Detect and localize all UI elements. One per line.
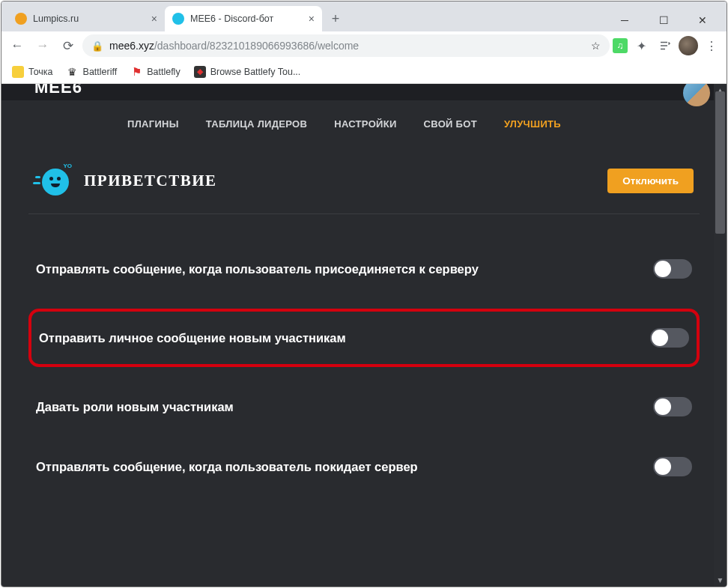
bookmark-icon: ◆ <box>194 66 206 78</box>
bookmark-icon: ⚑ <box>130 66 142 78</box>
toggle-switch[interactable] <box>653 397 692 416</box>
option-label: Отправлять сообщение, когда пользователь… <box>36 460 418 474</box>
option-label: Давать роли новым участникам <box>36 400 234 414</box>
window-close-button[interactable]: ✕ <box>686 9 719 31</box>
nav-settings[interactable]: НАСТРОЙКИ <box>334 118 396 130</box>
browser-tabstrip: Lumpics.ru × MEE6 - Discord-бот × + ─ ☐ … <box>1 1 727 31</box>
close-icon[interactable]: × <box>151 13 157 25</box>
app-header: MEE6 <box>1 84 727 100</box>
welcome-icon: YO <box>37 164 70 197</box>
option-join-message: Отправлять сообщение, когда пользователь… <box>28 249 700 289</box>
option-give-roles: Давать роли новым участникам <box>28 387 700 427</box>
url-text: mee6.xyz/dashboard/823210189066993686/we… <box>109 40 359 52</box>
nav-plugins[interactable]: ПЛАГИНЫ <box>127 118 179 130</box>
bookmark-icon: ♛ <box>67 66 79 78</box>
nav-back-button[interactable]: ← <box>6 34 28 57</box>
window-minimize-button[interactable]: ─ <box>608 9 641 31</box>
bookmark-tochka[interactable]: Точка <box>7 64 58 80</box>
toggle-switch[interactable] <box>650 328 689 348</box>
app-logo[interactable]: MEE6 <box>34 84 82 97</box>
extensions-icon[interactable]: ✦ <box>631 35 652 56</box>
nav-forward-button[interactable]: → <box>31 34 54 57</box>
omnibox[interactable]: 🔒 mee6.xyz/dashboard/823210189066993686/… <box>82 34 610 57</box>
disable-button[interactable]: Отключить <box>607 169 694 193</box>
window-maximize-button[interactable]: ☐ <box>647 9 680 31</box>
toggle-switch[interactable] <box>653 457 692 476</box>
browser-tab-mee6[interactable]: MEE6 - Discord-бот × <box>165 6 322 31</box>
tab-title: MEE6 - Discord-бот <box>190 13 273 24</box>
nav-upgrade[interactable]: УЛУЧШИТЬ <box>504 118 561 130</box>
music-extension-icon[interactable]: ♫ <box>613 38 628 53</box>
nav-leaderboard[interactable]: ТАБЛИЦА ЛИДЕРОВ <box>206 118 307 130</box>
tab-title: Lumpics.ru <box>33 13 79 24</box>
bookmark-icon <box>12 66 24 78</box>
nav-reload-button[interactable]: ⟳ <box>57 34 79 57</box>
section-header: YO ПРИВЕТСТВИЕ Отключить <box>1 145 727 213</box>
scrollbar[interactable]: ▲ ▼ <box>714 84 727 587</box>
bookmark-battlefly[interactable]: ⚑ Battlefly <box>126 64 184 80</box>
bookmark-label: Battleriff <box>83 67 118 77</box>
favicon <box>172 13 184 25</box>
menu-icon[interactable]: ⋮ <box>701 35 722 56</box>
bookmark-battleriff[interactable]: ♛ Battleriff <box>62 64 122 80</box>
top-nav: ПЛАГИНЫ ТАБЛИЦА ЛИДЕРОВ НАСТРОЙКИ СВОЙ Б… <box>1 100 727 145</box>
new-tab-button[interactable]: + <box>325 8 346 29</box>
bookmark-label: Battlefly <box>147 67 180 77</box>
option-label: Отправлять сообщение, когда пользователь… <box>36 262 479 276</box>
option-leave-message: Отправлять сообщение, когда пользователь… <box>28 446 700 487</box>
browser-tab-lumpics[interactable]: Lumpics.ru × <box>7 6 165 31</box>
bookmark-battlefy[interactable]: ◆ Browse Battlefy Tou... <box>189 64 306 80</box>
option-private-message: Отправить личное сообщение новым участни… <box>28 309 700 367</box>
scroll-thumb[interactable] <box>715 91 725 234</box>
profile-avatar[interactable] <box>679 36 698 55</box>
toggle-switch[interactable] <box>653 259 692 279</box>
option-label: Отправить личное сообщение новым участни… <box>39 331 346 345</box>
bookmark-label: Точка <box>28 67 53 77</box>
nav-custom-bot[interactable]: СВОЙ БОТ <box>424 118 477 130</box>
bookmarks-bar: Точка ♛ Battleriff ⚑ Battlefly ◆ Browse … <box>1 60 727 84</box>
options-list: Отправлять сообщение, когда пользователь… <box>1 214 727 487</box>
star-icon[interactable]: ☆ <box>591 40 601 52</box>
reading-list-icon[interactable] <box>655 35 676 56</box>
lock-icon: 🔒 <box>91 40 103 52</box>
scroll-down-icon[interactable]: ▼ <box>714 574 727 587</box>
close-icon[interactable]: × <box>309 13 315 25</box>
favicon <box>15 13 27 25</box>
page-content: MEE6 ПЛАГИНЫ ТАБЛИЦА ЛИДЕРОВ НАСТРОЙКИ С… <box>1 84 727 587</box>
section-title: ПРИВЕТСТВИЕ <box>84 172 217 190</box>
bookmark-label: Browse Battlefy Tou... <box>210 67 301 77</box>
address-bar: ← → ⟳ 🔒 mee6.xyz/dashboard/8232101890669… <box>1 31 727 60</box>
